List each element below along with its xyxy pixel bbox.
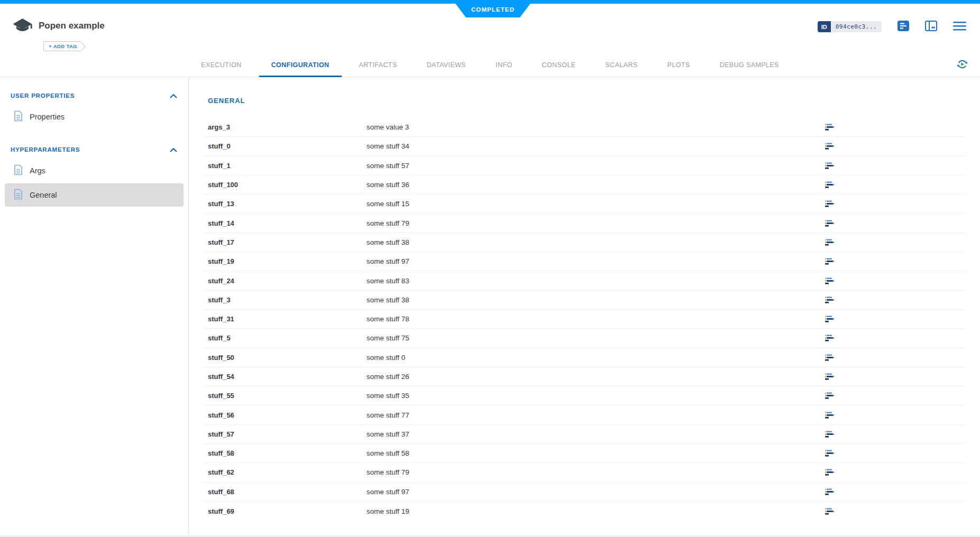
sidebar-section-user-properties: USER PROPERTIES <box>0 82 188 128</box>
param-value: some stuff 97 <box>362 257 825 265</box>
document-icon <box>14 110 23 123</box>
param-value: some stuff 57 <box>362 162 825 170</box>
details-toggle-button[interactable] <box>897 21 909 33</box>
parameter-bars-icon[interactable] <box>825 450 846 457</box>
configuration-sidebar: USER PROPERTIES <box>0 77 189 537</box>
table-row: stuff_100 some stuff 36 <box>204 175 966 195</box>
parameter-bars-icon[interactable] <box>825 508 846 515</box>
parameter-bars-icon[interactable] <box>825 277 846 284</box>
tab-label: CONFIGURATION <box>271 61 329 69</box>
table-row: stuff_3 some stuff 38 <box>204 291 966 310</box>
param-key: stuff_69 <box>204 507 362 515</box>
parameter-bars-icon[interactable] <box>825 258 846 265</box>
status-badge: COMPLETED <box>453 0 533 17</box>
tab[interactable]: EXECUTION <box>189 53 254 77</box>
menu-button[interactable] <box>953 22 966 32</box>
parameter-bars-icon[interactable] <box>825 200 846 207</box>
parameters-table: args_3 some value 3 <box>204 118 966 521</box>
sidebar-items: Args Gene <box>0 159 188 207</box>
table-row: stuff_13 some stuff 15 <box>204 195 966 214</box>
parameter-bars-icon[interactable] <box>825 181 846 188</box>
id-badge-value: 094ce0c3... <box>831 21 882 32</box>
param-value: some stuff 79 <box>362 219 825 227</box>
tab[interactable]: DEBUG SAMPLES <box>708 53 791 77</box>
table-row: stuff_54 some stuff 26 <box>204 367 966 386</box>
results-panels-button[interactable] <box>925 21 937 33</box>
tab-label: SCALARS <box>606 61 638 69</box>
tab-label: CONSOLE <box>542 61 576 69</box>
table-row: stuff_57 some stuff 37 <box>204 425 966 444</box>
sidebar-section-title: HYPERPARAMETERS <box>11 146 80 153</box>
sidebar-items: Properties <box>0 105 188 128</box>
parameter-bars-icon[interactable] <box>825 239 846 246</box>
param-key: stuff_17 <box>204 238 362 246</box>
param-value: some stuff 19 <box>362 507 825 515</box>
param-key: stuff_3 <box>204 296 362 304</box>
sidebar-item-label: General <box>30 191 57 199</box>
sidebar-section-title: USER PROPERTIES <box>11 92 75 99</box>
table-row: stuff_17 some stuff 38 <box>204 233 966 252</box>
param-value: some stuff 83 <box>362 277 825 285</box>
table-row: stuff_56 some stuff 77 <box>204 405 966 424</box>
sidebar-section-header[interactable]: USER PROPERTIES <box>0 82 188 104</box>
parameter-bars-icon[interactable] <box>825 124 846 131</box>
param-key: stuff_68 <box>204 488 362 496</box>
tab-label: EXECUTION <box>201 61 242 69</box>
experiment-id-badge[interactable]: ID 094ce0c3... <box>818 21 882 32</box>
parameter-bars-icon[interactable] <box>825 220 846 227</box>
tab-label: INFO <box>496 61 512 69</box>
parameter-bars-icon[interactable] <box>825 412 846 419</box>
tab[interactable]: CONSOLE <box>530 53 588 77</box>
param-value: some value 3 <box>362 123 825 131</box>
sidebar-item[interactable]: Properties <box>5 105 184 128</box>
parameter-bars-icon[interactable] <box>825 162 846 169</box>
sidebar-section-header[interactable]: HYPERPARAMETERS <box>0 136 188 158</box>
table-row: stuff_24 some stuff 83 <box>204 271 966 290</box>
sidebar-item-label: Properties <box>30 113 65 121</box>
parameter-bars-icon[interactable] <box>825 354 846 361</box>
add-tag-button[interactable]: + ADD TAG <box>43 41 80 51</box>
menu-icon <box>953 22 966 32</box>
app-root: COMPLETED Popen example + ADD TAG ID 094… <box>0 0 980 537</box>
parameter-bars-icon[interactable] <box>825 488 846 495</box>
tab[interactable]: DATAVIEWS <box>415 53 478 77</box>
parameter-bars-icon[interactable] <box>825 316 846 322</box>
parameter-bars-icon[interactable] <box>825 392 846 399</box>
param-value: some stuff 79 <box>362 468 825 476</box>
param-key: stuff_13 <box>204 200 362 208</box>
table-row: args_3 some value 3 <box>204 118 966 137</box>
table-row: stuff_0 some stuff 34 <box>204 137 966 156</box>
sidebar-item[interactable]: Args <box>5 159 184 182</box>
table-row: stuff_14 some stuff 79 <box>204 214 966 233</box>
parameter-bars-icon[interactable] <box>825 335 846 341</box>
document-icon <box>14 189 23 201</box>
content-area: USER PROPERTIES <box>0 77 980 537</box>
header-actions: ID 094ce0c3... <box>818 21 966 33</box>
parameter-bars-icon[interactable] <box>825 373 846 380</box>
tab[interactable]: INFO <box>483 53 524 77</box>
param-key: stuff_14 <box>204 219 362 227</box>
parameter-bars-icon[interactable] <box>825 297 846 303</box>
sidebar-item[interactable]: General <box>5 183 184 207</box>
table-row: stuff_5 some stuff 75 <box>204 329 966 348</box>
table-row: stuff_1 some stuff 57 <box>204 156 966 175</box>
parameter-bars-icon[interactable] <box>825 431 846 438</box>
parameter-bars-icon[interactable] <box>825 469 846 476</box>
tab[interactable]: CONFIGURATION <box>259 53 342 77</box>
chevron-up-icon <box>170 145 177 154</box>
parameter-bars-icon[interactable] <box>825 143 846 150</box>
param-value: some stuff 0 <box>362 354 825 362</box>
param-value: some stuff 97 <box>362 488 825 496</box>
table-row: stuff_68 some stuff 97 <box>204 483 966 502</box>
tab[interactable]: SCALARS <box>593 53 650 77</box>
param-key: stuff_100 <box>204 181 362 189</box>
param-value: some stuff 35 <box>362 392 825 400</box>
table-row: stuff_55 some stuff 35 <box>204 386 966 405</box>
param-value: some stuff 58 <box>362 449 825 457</box>
param-key: stuff_1 <box>204 162 362 170</box>
auto-refresh-button[interactable] <box>956 58 968 72</box>
tab[interactable]: ARTIFACTS <box>347 53 409 77</box>
tab[interactable]: PLOTS <box>655 53 702 77</box>
param-value: some stuff 36 <box>362 181 825 189</box>
tab-bar: EXECUTION CONFIGURATION ARTIFACTS DATAVI… <box>0 53 980 77</box>
